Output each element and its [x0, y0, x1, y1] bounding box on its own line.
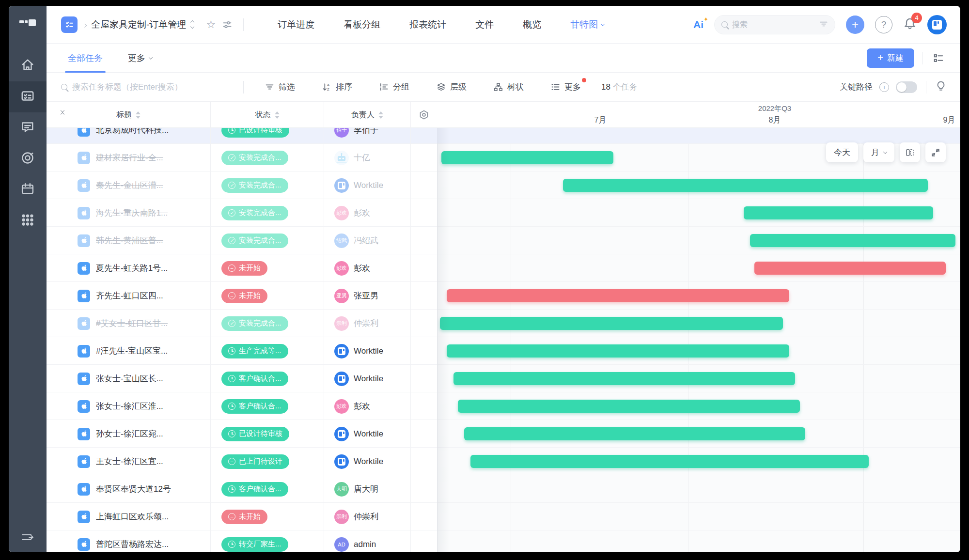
- task-title[interactable]: 上海虹口区欢乐颂...: [96, 511, 169, 522]
- task-row[interactable]: 孙女士-徐汇区宛...已设计待审核Worktile: [47, 420, 960, 448]
- toolbar-button-筛选[interactable]: 筛选: [265, 81, 295, 93]
- task-row[interactable]: 建材家居行业-全...✓安装完成合...十亿: [47, 144, 960, 171]
- sidebar-item-goals[interactable]: [9, 143, 47, 174]
- status-badge[interactable]: 客户确认合...: [221, 482, 288, 497]
- status-badge[interactable]: 已设计待审核: [221, 427, 289, 441]
- task-title[interactable]: 建材家居行业-全...: [96, 152, 163, 163]
- status-badge[interactable]: –已上门待设计: [221, 454, 289, 469]
- status-badge[interactable]: 已设计待审核: [221, 128, 289, 138]
- sort-icon[interactable]: [136, 111, 141, 119]
- global-search-input[interactable]: [732, 20, 805, 29]
- toolbar-button-层级[interactable]: 层级: [437, 81, 467, 93]
- task-row[interactable]: 齐先生-虹口区四...–未开始亚男张亚男: [47, 282, 960, 310]
- notifications-button[interactable]: 4: [903, 17, 917, 32]
- sidebar-item-projects[interactable]: [9, 81, 47, 112]
- task-row[interactable]: 张女士-宝山区长...客户确认合...Worktile: [47, 365, 960, 392]
- view-config-icon[interactable]: [930, 50, 947, 66]
- sidebar-item-messages[interactable]: [9, 112, 47, 143]
- toolbar-button-排序[interactable]: AZ排序: [322, 81, 352, 93]
- breadcrumb[interactable]: 全屋家具定制-订单管理: [91, 18, 186, 31]
- task-title[interactable]: 夏先生-虹关路1号...: [96, 263, 168, 274]
- sidebar-item-calendar[interactable]: [9, 174, 47, 205]
- task-title[interactable]: 张女士-宝山区长...: [96, 373, 163, 384]
- gantt-bar[interactable]: [470, 455, 869, 468]
- column-settings[interactable]: [411, 102, 437, 128]
- task-title[interactable]: 普陀区曹杨路宏达...: [96, 539, 169, 550]
- settings-sliders-icon[interactable]: [219, 16, 235, 33]
- gantt-bar[interactable]: [754, 262, 946, 275]
- gantt-bar[interactable]: [458, 400, 800, 413]
- tab-概览[interactable]: 概览: [523, 18, 541, 31]
- user-avatar[interactable]: [927, 15, 947, 34]
- status-badge[interactable]: 客户确认合...: [221, 399, 288, 414]
- sort-icon[interactable]: [378, 111, 383, 119]
- gantt-bar[interactable]: [464, 427, 805, 440]
- task-title[interactable]: 张女士-徐汇区淮...: [96, 401, 163, 412]
- tab-看板分组[interactable]: 看板分组: [344, 18, 380, 31]
- sidebar-item-home[interactable]: [9, 50, 47, 81]
- gantt-bar[interactable]: [447, 344, 789, 358]
- collapse-all-icon[interactable]: [61, 109, 64, 116]
- status-badge[interactable]: ✓安装完成合...: [221, 206, 288, 220]
- task-row[interactable]: 海先生-重庆南路1...✓安装完成合...彭欢彭欢: [47, 199, 960, 227]
- column-header-title[interactable]: 标题: [47, 102, 211, 128]
- status-badge[interactable]: –未开始: [221, 261, 267, 276]
- task-row[interactable]: 奉贤区奉贤大道12号客户确认合...大明唐大明: [47, 475, 960, 503]
- sidebar-item-apps[interactable]: [9, 205, 47, 236]
- sort-icon[interactable]: [275, 111, 280, 119]
- tab-订单进度[interactable]: 订单进度: [278, 18, 314, 31]
- fullscreen-button[interactable]: [925, 142, 946, 162]
- split-view-button[interactable]: [900, 142, 920, 162]
- task-title[interactable]: 北京易成时代科技...: [96, 128, 169, 136]
- column-header-status[interactable]: 状态: [211, 102, 324, 128]
- lightbulb-icon[interactable]: [935, 80, 947, 94]
- status-badge[interactable]: 转交厂家生...: [221, 537, 288, 552]
- task-row[interactable]: 韩先生-黄浦区普...✓安装完成合...绍武冯绍武: [47, 227, 960, 254]
- gantt-bar[interactable]: [441, 151, 613, 164]
- task-title[interactable]: 王女士-徐汇区宜...: [96, 456, 163, 467]
- gantt-bar[interactable]: [447, 289, 789, 302]
- task-row[interactable]: 秦先生-金山区漕...✓安装完成合...Worktile: [47, 171, 960, 199]
- status-badge[interactable]: –未开始: [221, 510, 267, 524]
- gantt-bar[interactable]: [563, 179, 928, 192]
- task-title[interactable]: 韩先生-黄浦区普...: [96, 235, 163, 246]
- toolbar-button-分组[interactable]: 分组: [379, 81, 409, 93]
- sidebar-collapse-button[interactable]: [9, 533, 47, 542]
- column-header-assignee[interactable]: 负责人: [324, 102, 411, 128]
- status-badge[interactable]: ✓安装完成合...: [221, 316, 288, 331]
- scale-select[interactable]: 月: [863, 142, 894, 162]
- status-badge[interactable]: –未开始: [221, 289, 267, 303]
- task-title[interactable]: 海先生-重庆南路1...: [96, 207, 168, 218]
- task-row[interactable]: 上海虹口区欢乐颂...–未开始崇利仲崇利: [47, 503, 960, 530]
- task-row[interactable]: #艾女士-虹口区甘...✓安装完成合...崇利仲崇利: [47, 310, 960, 337]
- gantt-bar[interactable]: [744, 206, 933, 219]
- view-tab-全部任务[interactable]: 全部任务: [68, 44, 103, 73]
- global-search[interactable]: [714, 15, 835, 34]
- project-switcher-icon[interactable]: [191, 21, 194, 28]
- task-title[interactable]: 奉贤区奉贤大道12号: [96, 483, 171, 495]
- info-icon[interactable]: i: [879, 82, 889, 92]
- task-search-input[interactable]: [72, 82, 227, 92]
- create-button[interactable]: +: [846, 16, 864, 34]
- task-row[interactable]: 张女士-徐汇区淮...客户确认合...彭欢彭欢: [47, 392, 960, 420]
- critical-path-toggle[interactable]: [896, 81, 917, 93]
- tab-文件[interactable]: 文件: [475, 18, 494, 31]
- task-title[interactable]: 齐先生-虹口区四...: [96, 290, 163, 301]
- tab-甘特图[interactable]: 甘特图: [570, 18, 604, 31]
- gantt-bar[interactable]: [750, 234, 955, 247]
- status-badge[interactable]: 客户确认合...: [221, 372, 288, 386]
- view-tab-更多[interactable]: 更多: [128, 44, 152, 73]
- favorite-star-icon[interactable]: ☆: [203, 16, 219, 33]
- task-title[interactable]: 孙女士-徐汇区宛...: [96, 428, 163, 439]
- task-title[interactable]: 秦先生-金山区漕...: [96, 180, 163, 191]
- toolbar-button-更多[interactable]: 更多: [551, 81, 581, 93]
- gantt-bar[interactable]: [453, 372, 795, 385]
- task-row[interactable]: #汪先生-宝山区宝...生产完成等...Worktile: [47, 337, 960, 365]
- status-badge[interactable]: ✓安装完成合...: [221, 233, 288, 248]
- task-row[interactable]: 夏先生-虹关路1号...–未开始彭欢彭欢: [47, 254, 960, 282]
- task-row[interactable]: 北京易成时代科技...已设计待审核佰于李佰于: [47, 128, 960, 144]
- status-badge[interactable]: ✓安装完成合...: [221, 151, 288, 165]
- search-filter-icon[interactable]: [819, 19, 828, 30]
- task-row[interactable]: 王女士-徐汇区宜...–已上门待设计Worktile: [47, 448, 960, 475]
- new-task-button[interactable]: +新建: [867, 48, 914, 68]
